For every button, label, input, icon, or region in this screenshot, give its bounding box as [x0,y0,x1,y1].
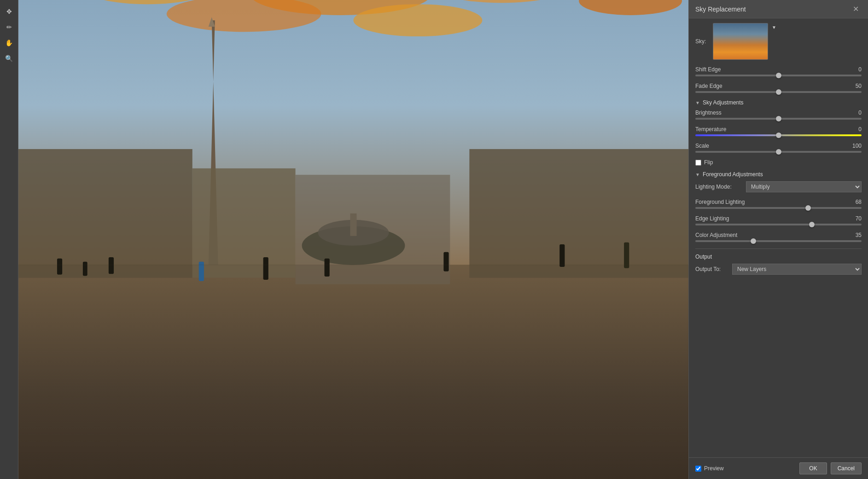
color-adjustment-label: Color Adjustment [695,232,737,238]
fade-edge-track[interactable] [695,91,862,93]
foreground-lighting-track[interactable] [695,207,862,209]
svg-rect-25 [83,262,87,276]
brightness-track[interactable] [695,118,862,120]
move-tool-button[interactable]: ✥ [2,5,16,18]
shift-edge-label: Shift Edge [695,66,721,73]
svg-rect-1 [18,265,688,479]
sky-preview-thumbnail[interactable] [713,23,768,60]
sky-selector: Sky: ▼ [695,23,862,60]
temperature-thumb[interactable] [776,133,781,138]
scale-row: Scale 100 [695,143,862,149]
fade-edge-thumb[interactable] [776,89,781,95]
brush-tool-button[interactable]: ✏ [2,20,16,34]
shift-edge-track[interactable] [695,75,862,76]
brush-icon: ✏ [6,23,12,31]
foreground-adjustments-header[interactable]: ▼ Foreground Adjustments [695,171,862,178]
canvas-scene [18,0,688,479]
sky-adjustments-chevron: ▼ [695,100,700,105]
brightness-container: Brightness 0 [695,110,862,120]
edge-lighting-label: Edge Lighting [695,215,729,222]
foreground-lighting-label: Foreground Lighting [695,199,745,205]
color-adjustment-thumb[interactable] [751,238,756,244]
edge-lighting-value: 70 [845,215,862,222]
edge-lighting-row: Edge Lighting 70 [695,215,862,222]
flip-checkbox[interactable] [695,160,701,166]
sky-dropdown-button[interactable]: ▼ [772,25,776,30]
sky-adjustments-label: Sky Adjustments [703,99,744,106]
zoom-tool-button[interactable]: 🔍 [2,52,16,65]
color-adjustment-track[interactable] [695,240,862,242]
foreground-lighting-value: 68 [845,199,862,205]
svg-rect-17 [18,149,192,278]
fade-edge-value: 50 [845,83,862,89]
svg-rect-30 [443,252,449,271]
canvas-area [18,0,688,479]
foreground-lighting-row: Foreground Lighting 68 [695,199,862,205]
scale-label: Scale [695,143,709,149]
shift-edge-thumb[interactable] [776,73,781,78]
output-to-label: Output To: [695,266,732,272]
svg-rect-29 [325,259,330,277]
lighting-mode-select[interactable]: Multiply Screen Normal Luminosity [746,181,862,192]
close-button[interactable]: ✕ [850,4,862,14]
fade-edge-container: Fade Edge 50 [695,83,862,93]
ok-button[interactable]: OK [799,462,827,474]
edge-lighting-track[interactable] [695,224,862,225]
panel-footer: Preview OK Cancel [689,457,868,479]
flip-row: Flip [695,159,862,166]
svg-rect-24 [57,259,62,275]
output-to-select[interactable]: New Layers Duplicate Layer Current Layer [732,264,862,275]
toolbar: ✥ ✏ ✋ 🔍 [0,0,18,479]
footer-buttons: OK Cancel [799,462,862,474]
output-to-row: Output To: New Layers Duplicate Layer Cu… [695,264,862,275]
hand-icon: ✋ [5,39,13,46]
sky-replacement-panel: Sky Replacement ✕ Sky: ▼ Shift Edge 0 Fa… [688,0,868,479]
temperature-label: Temperature [695,126,726,133]
color-adjustment-value: 35 [845,232,862,238]
color-adjustment-container: Color Adjustment 35 [695,232,862,242]
svg-rect-19 [469,149,688,278]
brightness-label: Brightness [695,110,722,116]
output-section: Output Output To: New Layers Duplicate L… [695,248,862,275]
edge-lighting-thumb[interactable] [809,222,815,227]
zoom-icon: 🔍 [5,55,13,62]
scale-thumb[interactable] [776,149,781,155]
svg-rect-31 [559,244,565,267]
brightness-row: Brightness 0 [695,110,862,116]
panel-title: Sky Replacement [695,6,746,13]
panel-body: Sky: ▼ Shift Edge 0 Fade Edge 50 [689,18,868,457]
shift-edge-container: Shift Edge 0 [695,66,862,76]
output-title: Output [695,254,862,260]
flip-label[interactable]: Flip [704,159,713,166]
svg-rect-23 [350,214,357,236]
foreground-adjustments-chevron: ▼ [695,172,700,177]
sky-label: Sky: [695,38,709,45]
hand-tool-button[interactable]: ✋ [2,36,16,50]
lighting-mode-label: Lighting Mode: [695,184,746,190]
svg-rect-27 [199,262,204,281]
shift-edge-row: Shift Edge 0 [695,66,862,73]
shift-edge-value: 0 [845,66,862,73]
foreground-lighting-thumb[interactable] [805,205,811,211]
color-adjustment-row: Color Adjustment 35 [695,232,862,238]
svg-rect-28 [263,257,268,280]
brightness-thumb[interactable] [776,116,781,121]
svg-rect-32 [624,242,629,268]
svg-rect-18 [192,168,296,278]
fade-edge-label: Fade Edge [695,83,722,89]
brightness-value: 0 [845,110,862,116]
lighting-mode-row: Lighting Mode: Multiply Screen Normal Lu… [695,181,862,192]
temperature-value: 0 [845,126,862,133]
sky-adjustments-header[interactable]: ▼ Sky Adjustments [695,99,862,106]
scale-track[interactable] [695,151,862,153]
panel-header: Sky Replacement ✕ [689,0,868,18]
fade-edge-row: Fade Edge 50 [695,83,862,89]
preview-label[interactable]: Preview [704,465,724,472]
preview-checkbox[interactable] [695,466,701,472]
scale-value: 100 [845,143,862,149]
svg-point-14 [354,4,483,36]
cancel-button[interactable]: Cancel [831,462,862,474]
temperature-track[interactable] [695,134,862,136]
svg-rect-26 [109,257,114,274]
temperature-row: Temperature 0 [695,126,862,133]
